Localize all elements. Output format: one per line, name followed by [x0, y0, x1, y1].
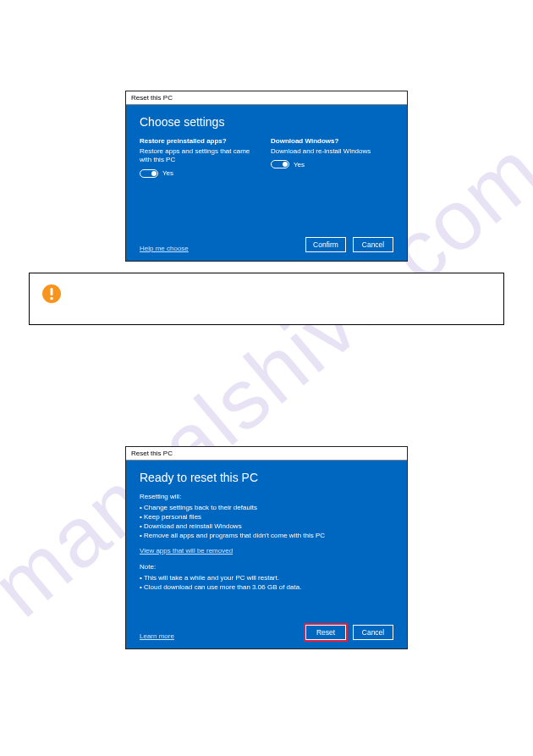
list-item: Keep personal files: [140, 513, 393, 521]
list-item: Download and reinstall Windows: [140, 522, 393, 530]
confirm-button[interactable]: Confirm: [305, 237, 346, 252]
warning-icon: [41, 284, 62, 304]
download-windows-question: Download Windows?: [271, 137, 393, 145]
list-item: Change settings back to their defaults: [140, 504, 393, 511]
download-windows-toggle[interactable]: [271, 160, 289, 168]
dialog-titlebar: Reset this PC: [126, 447, 407, 461]
restore-apps-section: Restore preinstalled apps? Restore apps …: [140, 137, 262, 178]
list-item: Cloud download can use more than 3.06 GB…: [140, 583, 393, 591]
dialog-heading: Ready to reset this PC: [140, 471, 393, 484]
dialog-heading: Choose settings: [140, 115, 393, 129]
restore-apps-toggle-label: Yes: [162, 169, 173, 177]
ready-reset-dialog: Reset this PC Ready to reset this PC Res…: [125, 446, 408, 649]
dialog-titlebar: Reset this PC: [126, 91, 407, 105]
note-label: Note:: [140, 563, 393, 571]
download-windows-desc: Download and re-install Windows: [271, 147, 393, 156]
list-item: Remove all apps and programs that didn't…: [140, 532, 393, 539]
view-apps-link[interactable]: View apps that will be removed: [140, 547, 233, 555]
list-item: This will take a while and your PC will …: [140, 574, 393, 582]
choose-settings-dialog: Reset this PC Choose settings Restore pr…: [125, 91, 408, 262]
download-windows-section: Download Windows? Download and re-instal…: [271, 137, 393, 178]
svg-rect-1: [51, 288, 53, 295]
cancel-button[interactable]: Cancel: [353, 237, 393, 252]
help-me-choose-link[interactable]: Help me choose: [140, 245, 189, 252]
restore-apps-question: Restore preinstalled apps?: [140, 137, 262, 145]
svg-point-2: [50, 296, 53, 300]
reset-actions-list: Change settings back to their defaults K…: [140, 504, 393, 539]
important-callout: IMPORTANT: If you have enabled BitLocker…: [29, 273, 504, 325]
learn-more-link[interactable]: Learn more: [140, 632, 174, 640]
reset-button[interactable]: Reset: [305, 625, 346, 640]
resetting-will-label: Resetting will:: [140, 493, 393, 500]
download-windows-toggle-label: Yes: [294, 161, 305, 168]
cancel-button[interactable]: Cancel: [353, 625, 393, 640]
restore-apps-toggle[interactable]: [140, 169, 158, 178]
note-list: This will take a while and your PC will …: [140, 574, 393, 591]
restore-apps-desc: Restore apps and settings that came with…: [140, 147, 262, 165]
